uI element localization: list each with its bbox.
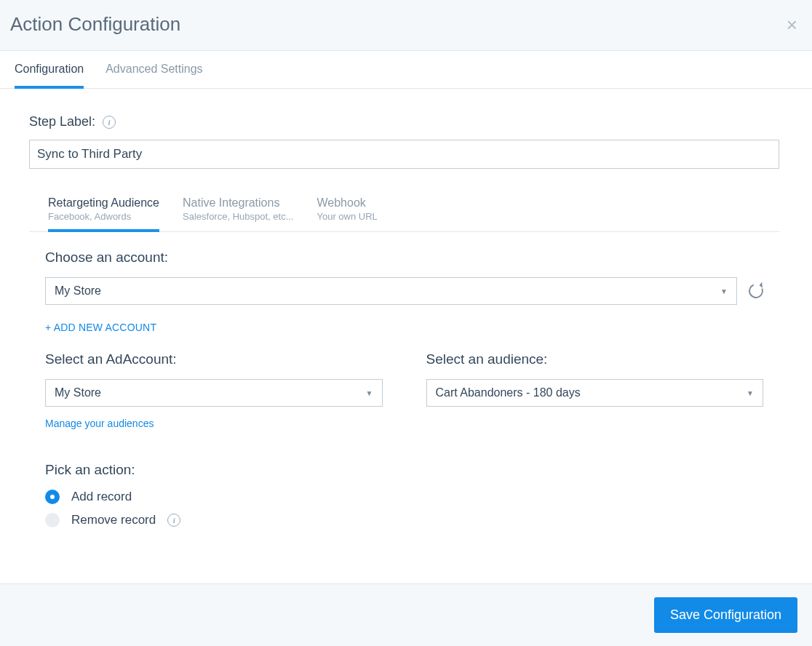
- account-select-value: My Store: [55, 284, 101, 298]
- content-area: Step Label: Retargeting Audience Faceboo…: [0, 89, 812, 583]
- audience-select-value: Cart Abandoners - 180 days: [436, 386, 581, 399]
- tab-webhook[interactable]: Webhook Your own URL: [317, 194, 377, 232]
- add-new-account-link[interactable]: + Add New Account: [45, 322, 156, 333]
- subtab-title: Native Integrations: [183, 196, 293, 210]
- chevron-down-icon: ▼: [366, 389, 373, 397]
- tab-native-integrations[interactable]: Native Integrations Salesforce, Hubspot,…: [183, 194, 293, 232]
- step-label-input[interactable]: [29, 140, 779, 169]
- subtab-title: Retargeting Audience: [48, 196, 159, 210]
- pick-action-label: Pick an action:: [45, 462, 763, 478]
- info-icon[interactable]: [103, 116, 116, 129]
- adaccount-select-value: My Store: [55, 386, 101, 399]
- modal-header: Action Configuration ×: [0, 0, 812, 51]
- radio-remove-record[interactable]: Remove record: [45, 513, 763, 527]
- subtab-subtitle: Salesforce, Hubspot, etc...: [183, 211, 293, 222]
- modal-footer: Save Configuration: [0, 583, 812, 646]
- subtab-title: Webhook: [317, 196, 377, 210]
- step-label-text: Step Label:: [29, 114, 95, 129]
- audience-select[interactable]: Cart Abandoners - 180 days ▼: [426, 379, 764, 407]
- radio-indicator: [45, 490, 60, 504]
- chevron-down-icon: ▼: [720, 287, 728, 295]
- radio-add-record[interactable]: Add record: [45, 490, 763, 504]
- modal-title: Action Configuration: [10, 13, 180, 36]
- main-tab-bar: Configuration Advanced Settings: [0, 51, 812, 89]
- subtab-subtitle: Your own URL: [317, 211, 377, 222]
- radio-label: Add record: [71, 490, 132, 504]
- tab-retargeting-audience[interactable]: Retargeting Audience Facebook, Adwords: [48, 194, 159, 232]
- step-label-heading: Step Label:: [29, 114, 779, 129]
- adaccount-select[interactable]: My Store ▼: [45, 379, 383, 407]
- refresh-icon[interactable]: [747, 282, 765, 300]
- chevron-down-icon: ▼: [747, 389, 754, 397]
- tab-configuration[interactable]: Configuration: [15, 51, 84, 89]
- save-configuration-button[interactable]: Save Configuration: [654, 597, 797, 633]
- integration-tab-bar: Retargeting Audience Facebook, Adwords N…: [29, 194, 779, 232]
- close-icon[interactable]: ×: [787, 15, 797, 34]
- radio-indicator: [45, 513, 60, 527]
- choose-account-label: Choose an account:: [45, 250, 763, 266]
- tab-advanced-settings[interactable]: Advanced Settings: [106, 51, 202, 89]
- account-select[interactable]: My Store ▼: [45, 277, 737, 305]
- radio-label: Remove record: [71, 513, 156, 527]
- adaccount-label: Select an AdAccount:: [45, 351, 383, 367]
- info-icon[interactable]: [167, 514, 180, 527]
- audience-label: Select an audience:: [426, 351, 764, 367]
- manage-audiences-link[interactable]: Manage your audiences: [45, 418, 154, 429]
- subtab-subtitle: Facebook, Adwords: [48, 211, 159, 222]
